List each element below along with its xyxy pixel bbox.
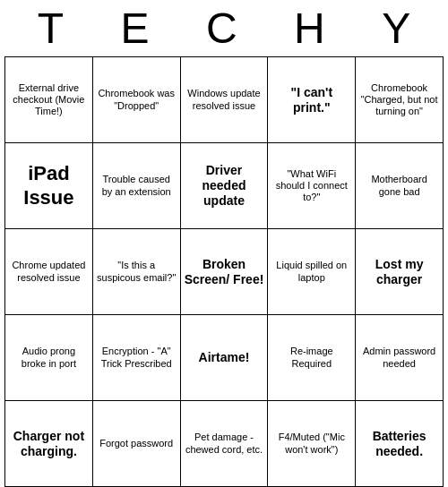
cell-3: "I can't print." [268,57,356,143]
cell-18: Re-image Required [268,315,356,401]
cell-16: Encryption - "A" Trick Prescribed [93,315,181,401]
cell-1: Chromebook was "Dropped" [93,57,181,143]
cell-0: External drive checkout (Movie Time!) [5,57,93,143]
cell-17: Airtame! [181,315,269,401]
cell-21: Forgot password [93,401,181,487]
cell-4: Chromebook "Charged, but not turning on" [356,57,444,143]
cell-11: "Is this a suspicous email?" [93,229,181,315]
cell-5: iPad Issue [5,143,93,229]
cell-10: Chrome updated resolved issue [5,229,93,315]
cell-9: Motherboard gone bad [356,143,444,229]
cell-15: Audio prong broke in port [5,315,93,401]
title-letter-e: E [121,4,150,53]
title-letter-h: H [294,4,325,53]
title-letter-y: Y [382,4,410,53]
cell-6: Trouble caused by an extension [93,143,181,229]
title-letter-c: C [206,4,237,53]
cell-12: Broken Screen/ Free! [181,229,269,315]
cell-8: "What WiFi should I connect to?" [268,143,356,229]
cell-20: Charger not charging. [5,401,93,487]
title-row: T E C H Y [0,0,448,56]
cell-2: Windows update resolved issue [181,57,269,143]
cell-13: Liquid spilled on laptop [268,229,356,315]
cell-19: Admin password needed [356,315,444,401]
cell-24: Batteries needed. [356,401,444,487]
cell-7: Driver needed update [181,143,269,229]
cell-14: Lost my charger [356,229,444,315]
cell-23: F4/Muted ("Mic won't work") [268,401,356,487]
title-letter-t: T [38,4,64,53]
cell-22: Pet damage - chewed cord, etc. [181,401,269,487]
bingo-grid: External drive checkout (Movie Time!)Chr… [4,56,444,487]
